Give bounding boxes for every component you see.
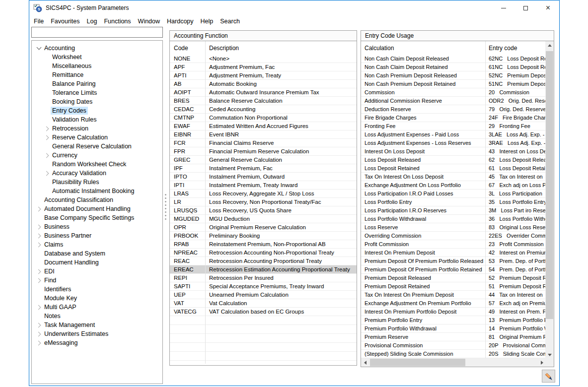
entry-code-usage-row[interactable]: Interest On Premium Deposit 42 Interest … [361, 249, 546, 257]
entry-code-usage-row[interactable]: (Stepped) Sliding Scale Commission 20S S… [361, 350, 546, 358]
accounting-function-row[interactable]: EREAC Retrocession Estimation Accounting… [170, 265, 357, 274]
column-header-calculation[interactable]: Calculation [361, 45, 485, 52]
tree-item[interactable]: Document Handling [32, 258, 162, 267]
entry-code-usage-row[interactable]: Loss Deposit Retained 61 Loss Deposit Re… [361, 164, 546, 173]
tree-item[interactable]: eMessaging [32, 338, 162, 347]
entry-code-usage-row[interactable]: Premium Deposit Retained 51 Premium Depo… [361, 282, 546, 291]
entry-code-usage-row[interactable]: Fronting Fee 29 Fronting Fee [361, 122, 546, 130]
entry-code-usage-row[interactable]: Non Cash Claim Deposit Released 62NC Los… [361, 55, 546, 63]
menu-item[interactable]: Log [83, 16, 101, 26]
accounting-function-row[interactable]: RPAB Reinstatement Premium, Non-Proporti… [170, 240, 357, 249]
chevron-icon[interactable] [36, 295, 43, 302]
chevron-icon[interactable] [36, 304, 43, 311]
entry-code-usage-row[interactable]: Deduction Reserve 79 Orig. Ded. Reserve [361, 105, 546, 114]
chevron-icon[interactable] [36, 277, 43, 284]
tree-item[interactable]: Accounting [32, 44, 162, 53]
accounting-function-row[interactable]: CMTNP Commutation Non Proportional [170, 114, 357, 122]
tree-item[interactable]: Random Worksheet Check [32, 160, 162, 169]
accounting-function-row[interactable]: FCR Financial Claims Reserve [170, 139, 357, 147]
tree-item[interactable]: Balance Pairing [32, 79, 162, 88]
chevron-icon[interactable] [36, 259, 43, 266]
accounting-function-row[interactable]: NPREAC Retrocession Accounting Non-Propo… [170, 249, 357, 257]
chevron-icon[interactable] [44, 143, 51, 150]
entry-code-usage-row[interactable]: Non Cash Claim Deposit Retained 61NC Los… [361, 63, 546, 71]
entry-code-usage-row[interactable]: Premium Deposit Of Premium Portfolio Ret… [361, 265, 546, 274]
entry-code-usage-row[interactable]: Overriding Commission 22ES Overrider Com… [361, 232, 546, 240]
accounting-function-row[interactable]: MGUDED MGU Deduction [170, 215, 357, 223]
entry-code-usage-row[interactable]: Non Cash Premium Deposit Released 52NC P… [361, 71, 546, 80]
chevron-icon[interactable] [36, 241, 43, 248]
chevron-icon[interactable] [36, 322, 43, 328]
tree-item[interactable]: Booking Dates [32, 97, 162, 106]
tree-item[interactable]: Database and System [32, 249, 162, 258]
tree-filter-input[interactable] [31, 27, 163, 38]
tree-item[interactable]: Automatic Instalment Booking [32, 187, 162, 195]
column-header-code[interactable]: Code [170, 45, 205, 52]
column-header-description[interactable]: Description [205, 45, 357, 52]
menu-item[interactable]: Search [217, 16, 243, 26]
tree-item[interactable]: Identifiers [32, 285, 162, 294]
chevron-icon[interactable] [36, 250, 43, 257]
horizontal-scrollbar[interactable] [361, 358, 546, 367]
accounting-function-row[interactable]: AB Automatic Booking [170, 80, 357, 88]
chevron-icon[interactable] [36, 232, 43, 239]
chevron-icon[interactable] [36, 45, 43, 52]
accounting-function-row[interactable]: IPF Instalment Premium, Fac [170, 164, 357, 173]
chevron-icon[interactable] [44, 98, 51, 105]
minimize-button[interactable] [492, 0, 514, 15]
chevron-icon[interactable] [36, 223, 43, 230]
entry-code-usage-row[interactable]: Tax On Interest On Premium Deposit 44 Ta… [361, 291, 546, 299]
chevron-icon[interactable] [44, 170, 51, 177]
entry-code-usage-row[interactable]: Loss Adjustment Expenses - Paid Loss 3LA… [361, 130, 546, 139]
horizontal-scroll-thumb[interactable] [370, 359, 465, 366]
accounting-function-row[interactable]: EIBNR Event IBNR [170, 130, 357, 139]
entry-code-usage-row[interactable]: Premium Reserve 81 Original Premium R [361, 333, 546, 341]
entry-code-usage-row[interactable]: Loss Portfolio Entry 35 Loss Portfolio E… [361, 198, 546, 206]
maximize-button[interactable] [514, 0, 537, 15]
chevron-icon[interactable] [36, 330, 43, 337]
tree-item[interactable]: Remittance [32, 70, 162, 79]
chevron-icon[interactable] [44, 161, 51, 168]
accounting-function-row[interactable]: AOIPT Automatic Outward Insurance Premiu… [170, 88, 357, 97]
chevron-icon[interactable] [44, 89, 51, 96]
accounting-function-row[interactable]: OPR Original Premium Reserve Calculation [170, 223, 357, 232]
tree-item[interactable]: Module Key [32, 294, 162, 303]
chevron-icon[interactable] [36, 196, 43, 203]
scroll-left-button[interactable] [361, 358, 369, 367]
chevron-icon[interactable] [36, 268, 43, 275]
entry-code-usage-row[interactable]: Premium Portfolio Entry 13 Premium Portf… [361, 316, 546, 324]
entry-code-usage-row[interactable]: Interest On Loss Deposit 43 Interest on … [361, 147, 546, 156]
accounting-function-row[interactable]: VATECG VAT Calculation based on EC Group… [170, 308, 357, 316]
tree-item[interactable]: Accounting Classification [32, 195, 162, 204]
chevron-icon[interactable] [44, 54, 51, 61]
accounting-function-row[interactable]: BRES Balance Reserve Calculation [170, 97, 357, 105]
accounting-function-row[interactable]: APF Adjustment Premium, Fac [170, 63, 357, 71]
entry-code-usage-row[interactable]: Tax On Interest On Loss Deposit 45 Tax o… [361, 173, 546, 181]
entry-code-usage-row[interactable]: Exchange Adjustment On Loss Portfolio 67… [361, 181, 546, 190]
menu-item[interactable]: Window [135, 16, 163, 26]
accounting-function-row[interactable]: SAPTI Special Acceptance Premiums, Treat… [170, 282, 357, 291]
chevron-icon[interactable] [44, 152, 51, 159]
entry-code-usage-row[interactable]: Fire Brigade Charges 24F Fire Brigade Ch… [361, 114, 546, 122]
entry-code-usage-row[interactable]: Additional Commission Reserve ODR2 Orig.… [361, 97, 546, 105]
accounting-function-row[interactable]: VAT Vat Calculation [170, 299, 357, 308]
accounting-function-row[interactable]: REAC Retrocession Accounting Proportiona… [170, 257, 357, 265]
accounting-function-row[interactable]: LRAS Loss Recovery, Aggregate XL / Stop … [170, 190, 357, 198]
chevron-icon[interactable] [36, 339, 43, 346]
entry-code-usage-row[interactable]: Interest On Premium Portfolio Deposit 49… [361, 308, 546, 316]
chevron-icon[interactable] [36, 214, 43, 221]
accounting-function-row[interactable]: NONE <None> [170, 55, 357, 63]
menu-item[interactable]: File [30, 16, 47, 26]
tree-item[interactable]: Reserve Calculation [32, 133, 162, 142]
entry-code-usage-row[interactable]: Loss Portfolio Withdrawal 36 Loss Portfo… [361, 215, 546, 223]
tree-item[interactable]: Base Company Specific Settings [32, 213, 162, 222]
menu-item[interactable]: Functions [100, 16, 134, 26]
chevron-icon[interactable] [44, 80, 51, 87]
chevron-icon[interactable] [44, 71, 51, 78]
tree-item[interactable]: Multi GAAP [32, 303, 162, 312]
tree-item[interactable]: EDI [32, 267, 162, 276]
tree-item[interactable]: Worksheet [32, 53, 162, 62]
vertical-scroll-thumb[interactable] [546, 51, 553, 319]
chevron-icon[interactable] [44, 188, 51, 194]
tree-item[interactable]: General Reserve Calculation [32, 142, 162, 151]
